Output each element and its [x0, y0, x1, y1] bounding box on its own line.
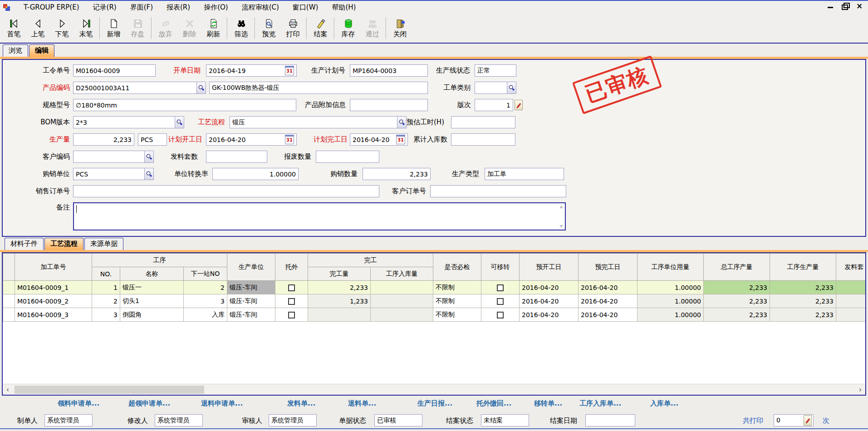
table-cell[interactable]: 不限制 — [433, 281, 481, 294]
lookup-icon[interactable] — [196, 82, 206, 93]
work-order-type-field[interactable] — [475, 82, 516, 94]
subtab-source-documents[interactable]: 来源单据 — [84, 238, 123, 250]
table-cell[interactable]: 1.00000 — [638, 308, 704, 322]
tab-edit[interactable]: 编辑 — [29, 44, 54, 57]
menu-reports[interactable]: 报表(R) — [160, 2, 197, 13]
lookup-icon[interactable] — [397, 117, 406, 128]
estimated-hours-field[interactable] — [451, 116, 515, 128]
table-cell[interactable]: 1,233 — [308, 294, 371, 308]
table-cell[interactable]: 倒圆角 — [120, 308, 184, 322]
table-cell[interactable]: 1 — [92, 281, 120, 294]
table-cell[interactable]: 2,233 — [704, 308, 770, 322]
material-issue-sets-field[interactable] — [206, 151, 267, 163]
table-cell[interactable] — [371, 281, 433, 294]
edit-pencil-icon[interactable] — [515, 100, 523, 110]
table-cell[interactable]: 2,233 — [770, 281, 836, 294]
table-cell[interactable]: 切头1 — [120, 294, 184, 308]
table-cell[interactable]: M01604-0009_2 — [15, 294, 92, 308]
scrollbar-thumb[interactable] — [15, 386, 204, 394]
table-cell[interactable]: 锻压-车间 — [227, 308, 275, 322]
link-material-request[interactable]: 领料申请单... — [58, 399, 99, 408]
link-return-request[interactable]: 退料申请单... — [201, 399, 243, 408]
production-plan-no-field[interactable]: MP1604-0003 — [350, 64, 428, 77]
table-cell[interactable] — [275, 294, 308, 308]
table-cell[interactable] — [481, 308, 520, 322]
planned-start-date-field[interactable]: 2016-04-20 — [206, 133, 297, 146]
table-cell[interactable]: 2016-04-20 — [579, 281, 638, 294]
order-date-field[interactable]: 2016-04-19 — [206, 64, 297, 77]
table-cell[interactable] — [275, 281, 308, 294]
cumulative-stock-in-field[interactable] — [451, 133, 515, 146]
lookup-icon[interactable] — [175, 117, 184, 128]
link-return-doc[interactable]: 退料单... — [348, 399, 376, 408]
next-record-button[interactable]: 下笔 — [50, 15, 74, 42]
calendar-icon[interactable] — [285, 135, 294, 144]
link-over-issue-request[interactable]: 超领申请单... — [128, 399, 170, 408]
restore-icon[interactable] — [841, 2, 849, 10]
lookup-icon[interactable] — [144, 168, 153, 180]
refresh-button[interactable]: 刷新 — [201, 15, 226, 42]
planned-finish-date-field[interactable]: 2016-04-20 — [350, 133, 408, 146]
revision-field[interactable]: 1 — [475, 99, 513, 111]
close-icon[interactable]: × — [855, 2, 863, 10]
menu-interface[interactable]: 界面(F) — [123, 2, 160, 13]
scroll-left-icon[interactable]: ‹ — [3, 386, 13, 394]
table-cell[interactable]: 锻压-车间 — [227, 294, 275, 308]
checkbox[interactable] — [497, 298, 504, 305]
production-unit-field[interactable]: PCS — [138, 133, 167, 146]
table-cell[interactable]: 2016-04-20 — [520, 308, 579, 322]
table-cell[interactable] — [3, 308, 15, 322]
table-cell[interactable]: 锻压-车间 — [227, 281, 275, 294]
table-cell[interactable]: 入库 — [184, 308, 227, 322]
edit-pencil-icon[interactable] — [804, 415, 812, 426]
filter-button[interactable]: 筛选 — [229, 15, 253, 42]
table-cell[interactable] — [481, 294, 520, 308]
scroll-up-icon[interactable] — [559, 205, 564, 209]
calendar-icon[interactable] — [285, 66, 294, 75]
table-cell[interactable] — [308, 308, 371, 322]
table-cell[interactable]: 锻压一 — [120, 281, 184, 294]
table-cell[interactable]: 2 — [92, 294, 120, 308]
table-cell[interactable] — [371, 308, 433, 322]
menu-workflow-audit[interactable]: 流程审核(C) — [235, 2, 286, 13]
link-stockin-doc[interactable]: 入库单... — [650, 399, 678, 408]
subtab-material-components[interactable]: 材料子件 — [5, 238, 44, 250]
table-cell[interactable]: 2016-04-20 — [520, 294, 579, 308]
checkbox[interactable] — [288, 312, 295, 318]
menu-tgroup-erp[interactable]: T-GROUP ERP(E) — [17, 2, 86, 13]
last-record-button[interactable]: 末笔 — [74, 15, 98, 42]
production-type-field[interactable]: 加工单 — [485, 168, 564, 180]
table-cell[interactable]: 2,233 — [308, 281, 371, 294]
table-cell[interactable]: 不限制 — [433, 308, 481, 322]
table-cell[interactable]: 2016-04-20 — [579, 308, 638, 322]
scrollbar-track[interactable] — [13, 385, 855, 394]
calendar-icon[interactable] — [396, 135, 405, 144]
close-case-button[interactable]: 结案 — [309, 15, 333, 42]
link-process-stockin-doc[interactable]: 工序入库单... — [579, 399, 621, 408]
table-cell[interactable] — [836, 308, 865, 322]
work-order-no-field[interactable]: M01604-0009 — [73, 64, 156, 77]
table-cell[interactable] — [3, 294, 15, 308]
minimize-icon[interactable] — [826, 2, 834, 10]
scrap-qty-field[interactable] — [316, 151, 379, 163]
lookup-icon[interactable] — [144, 151, 153, 162]
subtab-process-flow[interactable]: 工艺流程 — [44, 238, 83, 250]
customer-order-no-field[interactable] — [430, 185, 566, 197]
table-cell[interactable] — [481, 281, 520, 294]
horizontal-scrollbar[interactable]: ‹ › — [3, 384, 865, 395]
table-cell[interactable]: 2,233 — [704, 281, 770, 294]
remarks-field[interactable] — [73, 202, 566, 230]
link-issue-doc[interactable]: 发料单... — [287, 399, 315, 408]
table-cell[interactable] — [836, 281, 865, 294]
bom-version-field[interactable]: 2*3 — [73, 116, 184, 128]
menu-window[interactable]: 窗口(W) — [286, 2, 325, 13]
table-cell[interactable] — [275, 308, 308, 322]
checkbox[interactable] — [497, 312, 504, 318]
checkbox[interactable] — [497, 284, 504, 291]
unit-conversion-rate-field[interactable]: 1.00000 — [212, 168, 299, 180]
link-transfer-doc[interactable]: 移转单... — [534, 399, 562, 408]
scroll-down-icon[interactable] — [559, 224, 564, 228]
product-extra-info-field[interactable] — [350, 99, 428, 111]
table-cell[interactable]: M01604-0009_1 — [15, 281, 92, 294]
table-cell[interactable]: 2 — [184, 281, 227, 294]
